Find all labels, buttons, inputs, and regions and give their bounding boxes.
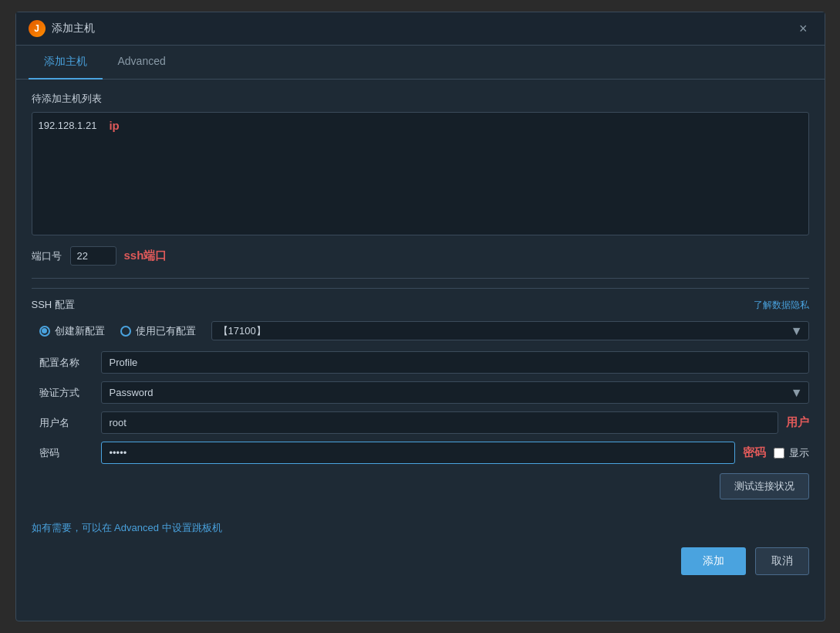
port-label: 端口号 <box>32 249 62 263</box>
bottom-note: 如有需要，可以在 Advanced 中设置跳板机 <box>16 512 825 535</box>
config-select[interactable]: 【17100】 <box>211 321 809 340</box>
footer-buttons: 添加 取消 <box>16 535 825 583</box>
host-list-entry: 192.128.1.21 ip <box>39 119 802 132</box>
ssh-config-section: SSH 配置 了解数据隐私 创建新配置 使用已有配置 【17100】 ▼ <box>32 288 809 464</box>
password-right: 密码 显示 <box>101 442 809 464</box>
radio-new-label: 创建新配置 <box>55 324 105 338</box>
cancel-button[interactable]: 取消 <box>755 547 809 575</box>
host-list-area[interactable]: 192.128.1.21 ip <box>32 112 809 235</box>
show-checkbox-wrapper: 显示 <box>774 446 809 460</box>
config-name-label: 配置名称 <box>39 356 101 370</box>
username-row: 用户名 用户 <box>39 411 809 434</box>
title-bar: J 添加主机 × <box>16 12 825 46</box>
auth-select[interactable]: Password PublicKey KeyboardInteractive <box>101 381 809 404</box>
port-row: 端口号 ssh端口 <box>32 246 809 266</box>
config-name-input[interactable] <box>101 351 809 374</box>
port-annotation: ssh端口 <box>124 249 167 263</box>
test-btn-row: 测试连接状况 <box>32 473 809 499</box>
test-connection-button[interactable]: 测试连接状况 <box>720 473 809 499</box>
radio-existing-icon <box>120 326 131 337</box>
privacy-link[interactable]: 了解数据隐私 <box>754 299 809 312</box>
radio-new-config[interactable]: 创建新配置 <box>39 324 105 338</box>
port-input[interactable] <box>70 246 116 266</box>
password-input[interactable] <box>101 442 735 464</box>
config-name-row: 配置名称 <box>39 351 809 374</box>
password-row: 密码 密码 显示 <box>39 442 809 464</box>
host-ip-annotation: ip <box>109 119 119 132</box>
auth-method-label: 验证方式 <box>39 386 101 400</box>
password-input-wrapper <box>101 442 735 464</box>
add-button[interactable]: 添加 <box>681 547 746 575</box>
app-icon: J <box>29 20 46 37</box>
host-ip: 192.128.1.21 <box>39 120 97 131</box>
tab-advanced[interactable]: Advanced <box>103 46 181 80</box>
config-select-wrapper: 【17100】 ▼ <box>211 321 809 340</box>
dialog-title: 添加主机 <box>52 22 95 36</box>
radio-new-icon <box>39 326 50 337</box>
close-button[interactable]: × <box>794 20 812 37</box>
username-input[interactable] <box>101 411 778 434</box>
radio-row: 创建新配置 使用已有配置 【17100】 ▼ <box>39 321 809 340</box>
radio-existing-config[interactable]: 使用已有配置 <box>120 324 196 338</box>
username-annotation: 用户 <box>786 415 809 430</box>
username-label: 用户名 <box>39 416 101 430</box>
divider <box>32 278 809 279</box>
ssh-config-label: SSH 配置 <box>32 298 75 312</box>
username-content: 用户 <box>101 411 809 434</box>
host-list-label: 待添加主机列表 <box>32 92 809 106</box>
password-label: 密码 <box>39 446 101 460</box>
show-password-checkbox[interactable] <box>774 448 784 459</box>
ssh-section-header: SSH 配置 了解数据隐私 <box>32 298 809 312</box>
tab-add-host[interactable]: 添加主机 <box>29 46 103 80</box>
auth-select-wrapper: Password PublicKey KeyboardInteractive ▼ <box>101 381 809 404</box>
radio-existing-label: 使用已有配置 <box>136 324 196 338</box>
title-bar-left: J 添加主机 <box>29 20 95 37</box>
tab-bar: 添加主机 Advanced <box>16 46 825 80</box>
main-content: 待添加主机列表 192.128.1.21 ip 端口号 ssh端口 SSH 配置… <box>16 80 825 512</box>
show-password-label: 显示 <box>789 446 809 460</box>
auth-method-row: 验证方式 Password PublicKey KeyboardInteract… <box>39 381 809 404</box>
password-annotation: 密码 <box>743 445 766 460</box>
add-host-dialog: J 添加主机 × 添加主机 Advanced 待添加主机列表 192.128.1… <box>15 12 825 621</box>
